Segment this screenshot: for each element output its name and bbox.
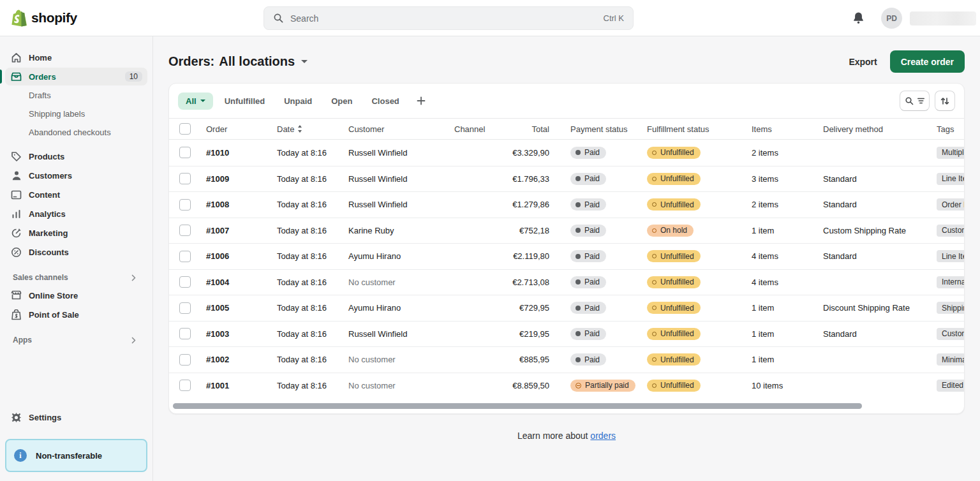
sidebar-item-shipping-labels[interactable]: Shipping labels: [5, 105, 147, 123]
order-number[interactable]: #1009: [206, 174, 277, 184]
column-payment-status[interactable]: Payment status: [570, 124, 647, 134]
shopify-logo[interactable]: shopify: [10, 9, 77, 27]
order-number[interactable]: #1004: [206, 278, 277, 287]
status-dot-icon: [575, 150, 581, 155]
column-tags[interactable]: Tags: [937, 124, 965, 134]
search-input[interactable]: [290, 13, 597, 24]
order-number[interactable]: #1007: [206, 226, 277, 235]
global-search[interactable]: Ctrl K: [264, 6, 634, 30]
fulfillment-status-badge: Unfulfilled: [647, 173, 701, 185]
order-items: 2 items: [752, 200, 823, 209]
orders-help-link[interactable]: orders: [590, 431, 616, 441]
sidebar-item-customers[interactable]: Customers: [5, 166, 147, 184]
row-checkbox[interactable]: [179, 199, 191, 211]
horizontal-scrollbar[interactable]: [173, 403, 862, 409]
status-dot-icon: [652, 357, 657, 362]
table-row[interactable]: #1002 Today at 8:16 No customer €885,95 …: [169, 346, 965, 373]
tab-open[interactable]: Open: [323, 93, 360, 110]
add-view-button[interactable]: [411, 93, 431, 109]
order-number[interactable]: #1001: [206, 381, 277, 390]
tab-unpaid[interactable]: Unpaid: [276, 93, 320, 110]
table-row[interactable]: #1001 Today at 8:16 No customer €8.859,5…: [169, 373, 965, 399]
sidebar-item-online-store[interactable]: Online Store: [5, 286, 147, 304]
row-checkbox[interactable]: [179, 328, 191, 339]
sidebar-item-marketing[interactable]: Marketing: [5, 224, 147, 242]
tab-unfulfilled[interactable]: Unfulfilled: [217, 93, 273, 110]
sidebar-item-orders[interactable]: Orders 10: [5, 68, 147, 85]
filter-icon: [917, 97, 924, 105]
column-channel[interactable]: Channel: [454, 124, 505, 134]
order-number[interactable]: #1002: [206, 355, 277, 364]
row-checkbox[interactable]: [179, 276, 191, 288]
payment-status-cell: Paid: [570, 302, 647, 314]
status-dot-icon: [575, 331, 581, 336]
row-checkbox[interactable]: [179, 354, 191, 366]
sidebar-item-point-of-sale[interactable]: Point of Sale: [5, 306, 147, 323]
table-row[interactable]: #1009 Today at 8:16 Russell Winfield €1.…: [169, 166, 965, 192]
order-number[interactable]: #1006: [206, 251, 277, 261]
export-button[interactable]: Export: [849, 57, 877, 67]
location-filter[interactable]: All locations: [219, 54, 295, 69]
table-row[interactable]: #1005 Today at 8:16 Ayumu Hirano €729,95…: [169, 295, 965, 321]
tag-badge: Line Item: [937, 250, 965, 262]
non-transferable-banner[interactable]: i Non-transferable: [5, 439, 147, 472]
apps-section[interactable]: Apps: [13, 336, 136, 344]
row-checkbox[interactable]: [179, 225, 191, 236]
order-number[interactable]: #1003: [206, 329, 277, 339]
tab-all[interactable]: All: [178, 93, 213, 110]
row-checkbox[interactable]: [179, 173, 191, 184]
notifications-bell-icon[interactable]: [852, 11, 865, 25]
column-items[interactable]: Items: [752, 124, 823, 134]
payment-status-badge: Partially paid: [570, 380, 635, 392]
table-row[interactable]: #1007 Today at 8:16 Karine Ruby €752,18 …: [169, 218, 965, 244]
page-title: Orders: All locations: [168, 54, 308, 69]
bar-chart-icon: [10, 209, 22, 219]
sidebar-item-settings[interactable]: Settings: [5, 408, 147, 426]
target-icon: [10, 228, 22, 239]
row-checkbox[interactable]: [179, 302, 191, 314]
table-row[interactable]: #1010 Today at 8:16 Russell Winfield €3.…: [169, 140, 965, 166]
order-delivery-method: Standard: [823, 200, 937, 209]
table-row[interactable]: #1003 Today at 8:16 Russell Winfield €21…: [169, 321, 965, 347]
sidebar-item-abandoned-checkouts[interactable]: Abandoned checkouts: [5, 123, 147, 142]
select-all-checkbox[interactable]: [179, 123, 191, 135]
fulfillment-status-badge: Unfulfilled: [647, 147, 701, 159]
table-row[interactable]: #1008 Today at 8:16 Russell Winfield €1.…: [169, 191, 965, 218]
column-total[interactable]: Total: [505, 124, 549, 134]
sidebar-item-analytics[interactable]: Analytics: [5, 205, 147, 223]
order-number[interactable]: #1008: [206, 200, 277, 209]
table-row[interactable]: #1004 Today at 8:16 No customer €2.713,0…: [169, 269, 965, 295]
sidebar-item-content[interactable]: Content: [5, 186, 147, 204]
column-date-sort[interactable]: Date: [277, 124, 302, 134]
payment-status-cell: Paid: [570, 328, 647, 340]
sidebar-item-drafts[interactable]: Drafts: [5, 86, 147, 105]
order-number[interactable]: #1010: [206, 148, 277, 158]
sort-button[interactable]: [935, 91, 955, 111]
column-fulfillment-status[interactable]: Fulfillment status: [647, 124, 752, 134]
info-icon: i: [14, 449, 27, 462]
create-order-button[interactable]: Create order: [890, 50, 965, 73]
column-delivery-method[interactable]: Delivery method: [823, 124, 937, 134]
status-dot-icon: [652, 228, 657, 233]
sidebar-item-products[interactable]: Products: [5, 147, 147, 165]
payment-status-cell: Paid: [570, 147, 647, 159]
account-menu[interactable]: PD: [881, 8, 980, 29]
column-order[interactable]: Order: [206, 124, 277, 134]
tab-closed[interactable]: Closed: [364, 93, 406, 110]
search-filter-button[interactable]: [900, 91, 930, 111]
table-row[interactable]: #1006 Today at 8:16 Ayumu Hirano €2.119,…: [169, 243, 965, 269]
row-checkbox[interactable]: [179, 251, 191, 262]
order-customer: Ayumu Hirano: [348, 251, 454, 261]
order-tags: Shipping: [937, 302, 965, 314]
sidebar-item-discounts[interactable]: Discounts: [5, 243, 147, 261]
column-customer[interactable]: Customer: [348, 124, 454, 134]
tag-badge: Shipping: [937, 302, 965, 314]
order-number[interactable]: #1005: [206, 303, 277, 313]
order-items: 4 items: [752, 251, 823, 261]
avatar[interactable]: PD: [881, 8, 902, 29]
orders-count-badge: 10: [125, 71, 142, 82]
row-checkbox[interactable]: [179, 380, 191, 391]
sidebar-item-home[interactable]: Home: [5, 48, 147, 66]
sales-channels-section[interactable]: Sales channels: [13, 273, 136, 282]
row-checkbox[interactable]: [179, 147, 191, 158]
